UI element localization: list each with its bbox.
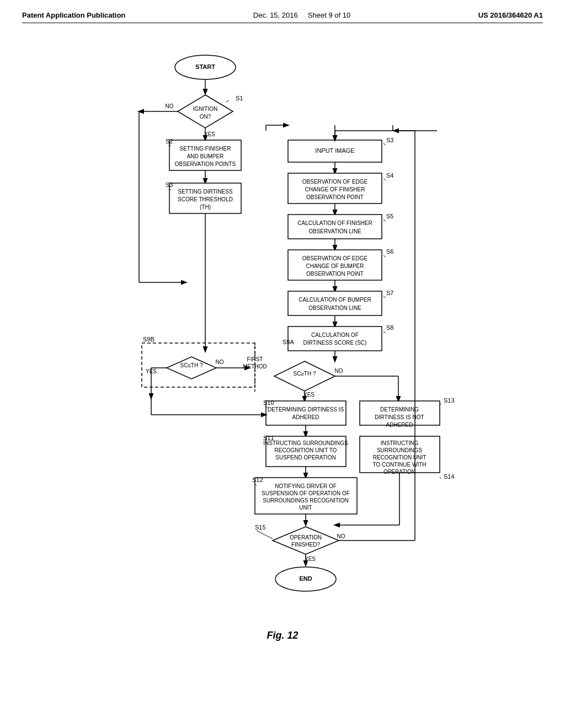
svg-text:S14: S14 (444, 473, 455, 480)
svg-text:INSTRUCTING: INSTRUCTING (381, 440, 419, 446)
svg-text:SC≤TH ?: SC≤TH ? (180, 362, 202, 368)
svg-text:S6: S6 (386, 248, 393, 255)
svg-text:OBSERVATION POINTS: OBSERVATION POINTS (175, 161, 236, 167)
svg-text:S12: S12 (252, 477, 263, 483)
svg-line-38 (383, 179, 386, 180)
svg-text:RECOGNITION UNIT TO: RECOGNITION UNIT TO (275, 447, 337, 453)
svg-text:S2: S2 (166, 138, 173, 144)
flowchart-svg: START IGNITION ON? S1 NO YES SETTING FIN… (84, 45, 481, 624)
header-sheet: Sheet 9 of 10 (308, 11, 350, 19)
svg-text:FINISHED?: FINISHED? (291, 542, 321, 548)
diagram-container: START IGNITION ON? S1 NO YES SETTING FIN… (22, 34, 543, 652)
svg-text:NO: NO (166, 103, 174, 109)
svg-text:UNIT: UNIT (299, 505, 312, 511)
svg-text:INSTRUCTING SURROUNDINGS: INSTRUCTING SURROUNDINGS (263, 440, 348, 446)
svg-text:SUSPEND OPERATION: SUSPEND OPERATION (275, 454, 335, 461)
page-header: Patent Application Publication Dec. 15, … (22, 11, 543, 23)
header-publication: Patent Application Publication (22, 11, 125, 19)
svg-text:SURROUNDINGS RECOGNITION: SURROUNDINGS RECOGNITION (263, 497, 349, 504)
svg-text:NO: NO (337, 533, 345, 539)
header-date: Dec. 15, 2016 (253, 11, 298, 19)
svg-line-113 (440, 477, 441, 479)
svg-text:DETERMINING: DETERMINING (380, 406, 419, 413)
svg-text:NOTIFYING DRIVER OF: NOTIFYING DRIVER OF (275, 483, 337, 489)
svg-text:S4: S4 (386, 172, 393, 179)
svg-text:CALCULATION OF BUMPER: CALCULATION OF BUMPER (299, 297, 371, 303)
svg-text:S9A: S9A (282, 339, 294, 345)
svg-text:S7: S7 (386, 290, 393, 296)
svg-text:METHOD: METHOD (243, 363, 266, 370)
svg-text:FIRST: FIRST (247, 356, 263, 362)
svg-marker-125 (273, 527, 339, 554)
svg-text:OPERATION: OPERATION (290, 534, 322, 540)
svg-text:ADHERED: ADHERED (292, 414, 319, 420)
svg-text:NO: NO (216, 359, 224, 365)
svg-text:S9B: S9B (143, 336, 154, 342)
svg-line-7 (226, 100, 229, 102)
svg-text:(TH): (TH) (200, 204, 211, 210)
svg-text:SETTING DIRTINESS: SETTING DIRTINESS (178, 189, 233, 195)
svg-text:SUSPENSION OF OPERATION OF: SUSPENSION OF OPERATION OF (262, 490, 350, 496)
svg-text:OBSERVATION POINT: OBSERVATION POINT (306, 194, 364, 200)
svg-text:YES: YES (204, 131, 215, 137)
svg-text:OBSERVATION OF EDGE: OBSERVATION OF EDGE (302, 179, 368, 185)
svg-rect-59 (288, 326, 382, 351)
svg-text:CHANGE OF BUMPER: CHANGE OF BUMPER (306, 263, 364, 269)
svg-text:SURROUNDINGS: SURROUNDINGS (377, 447, 423, 453)
svg-line-51 (383, 255, 386, 257)
svg-text:SC≥TH ?: SC≥TH ? (293, 371, 316, 377)
svg-text:ADHERED: ADHERED (386, 422, 413, 428)
svg-text:CALCULATION OF: CALCULATION OF (311, 332, 359, 338)
svg-text:S10: S10 (263, 399, 274, 406)
svg-text:OBSERVATION OF EDGE: OBSERVATION OF EDGE (302, 255, 368, 261)
page: Patent Application Publication Dec. 15, … (0, 0, 565, 728)
svg-text:INPUT IMAGE: INPUT IMAGE (315, 147, 354, 154)
svg-text:CHANGE OF FINISHER: CHANGE OF FINISHER (305, 186, 365, 192)
svg-text:YES: YES (303, 392, 315, 398)
header-patent-number: US 2016/364620 A1 (478, 11, 543, 19)
svg-text:OBSERVATION LINE: OBSERVATION LINE (308, 305, 361, 311)
svg-text:TO CONTINUE WITH: TO CONTINUE WITH (372, 462, 426, 468)
svg-line-44 (383, 220, 386, 221)
svg-text:END: END (299, 575, 312, 582)
svg-text:S1: S1 (236, 95, 243, 101)
svg-text:DETERMINING DIRTINESS IS: DETERMINING DIRTINESS IS (268, 406, 344, 413)
svg-text:S15: S15 (255, 524, 266, 531)
svg-text:RECOGNITION UNIT: RECOGNITION UNIT (373, 454, 427, 461)
svg-line-129 (257, 531, 273, 539)
svg-rect-88 (266, 401, 346, 425)
svg-text:S3: S3 (166, 181, 173, 188)
svg-text:S3: S3 (386, 137, 393, 143)
svg-text:S5: S5 (386, 213, 393, 220)
svg-text:YES: YES (305, 556, 316, 562)
svg-line-63 (383, 331, 386, 333)
svg-text:ON?: ON? (200, 114, 211, 120)
svg-line-57 (383, 296, 386, 298)
figure-label: Fig. 12 (266, 630, 298, 641)
svg-text:DIRTINESS IS NOT: DIRTINESS IS NOT (375, 414, 424, 420)
svg-text:SCORE THRESHOLD: SCORE THRESHOLD (178, 196, 233, 202)
svg-rect-40 (288, 215, 382, 239)
svg-line-31 (383, 143, 386, 145)
svg-text:START: START (195, 63, 215, 70)
svg-text:IGNITION: IGNITION (193, 106, 217, 112)
svg-text:NO: NO (335, 368, 343, 374)
svg-text:DIRTINESS SCORE (SC): DIRTINESS SCORE (SC) (303, 340, 367, 346)
svg-text:OBSERVATION POINT: OBSERVATION POINT (306, 271, 364, 277)
svg-text:AND BUMPER: AND BUMPER (187, 153, 224, 159)
header-date-sheet: Dec. 15, 2016 Sheet 9 of 10 (253, 11, 350, 19)
svg-text:S13: S13 (444, 397, 455, 404)
svg-text:SETTING FINISHER: SETTING FINISHER (180, 146, 231, 152)
svg-text:CALCULATION OF FINISHER: CALCULATION OF FINISHER (297, 220, 372, 226)
svg-text:S11: S11 (263, 435, 274, 441)
svg-text:OBSERVATION LINE: OBSERVATION LINE (308, 228, 361, 234)
svg-text:S8: S8 (386, 324, 393, 331)
svg-rect-53 (288, 291, 382, 315)
